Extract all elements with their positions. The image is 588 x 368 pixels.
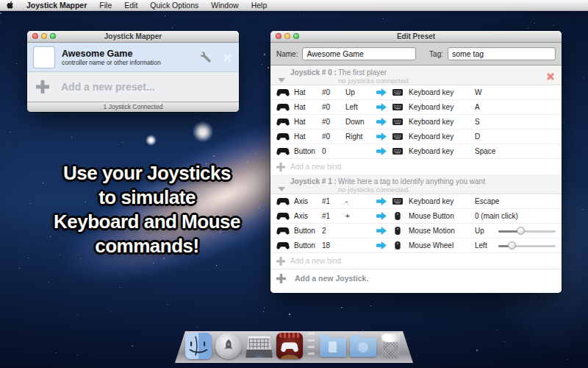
wrench-edit-icon[interactable] <box>201 52 212 63</box>
name-label: Name: <box>276 50 298 58</box>
gamepad-icon <box>276 147 290 155</box>
minimize-button[interactable] <box>284 33 290 39</box>
window-bottom-padding <box>270 287 562 293</box>
bind-source-kind: Hat <box>294 118 322 126</box>
maps-to-arrow-icon <box>376 197 387 205</box>
joystick-mapper-dock-icon[interactable] <box>276 333 303 359</box>
maps-to-arrow-icon <box>376 132 387 141</box>
tag-label: Tag: <box>429 50 443 58</box>
minimize-button[interactable] <box>41 33 47 39</box>
preset-window-titlebar[interactable]: Joystick Mapper <box>27 31 239 43</box>
menu-item-help[interactable]: Help <box>251 1 268 10</box>
gamepad-icon <box>276 132 290 141</box>
gamepad-icon <box>276 197 290 205</box>
bind-source-direction: - <box>345 197 372 205</box>
joystick-section-tag[interactable]: The first player <box>338 68 387 77</box>
remove-joystick-button[interactable] <box>546 71 555 79</box>
bind-target-kind: Keyboard key <box>409 88 475 96</box>
bind-slider[interactable] <box>498 241 556 250</box>
menu-app-name[interactable]: Joystick Mapper <box>26 1 87 10</box>
slider-thumb[interactable] <box>517 227 525 235</box>
preset-form-bar: Name: Tag: <box>270 43 562 66</box>
status-bar: 1 Joystick Connected <box>27 102 239 112</box>
delete-preset-icon[interactable] <box>223 52 232 62</box>
menu-item-quick-options[interactable]: Quick Options <box>150 1 198 10</box>
add-bind-row[interactable]: Add a new bind. <box>270 158 562 174</box>
maps-to-arrow-icon <box>376 103 387 111</box>
disclosure-triangle-icon[interactable] <box>278 72 285 77</box>
bind-row[interactable]: Button 0 Keyboard key Space <box>270 144 562 158</box>
close-button[interactable] <box>32 33 38 39</box>
add-bind-row[interactable]: Add a new bind. <box>270 252 562 269</box>
add-joystick-label: Add a new Joystick. <box>295 274 368 283</box>
window-title: Edit Preset <box>397 32 435 40</box>
target-device-icon <box>392 197 403 205</box>
zoom-button[interactable] <box>293 33 299 39</box>
tagline-line: Keyboard and Mouse <box>13 210 281 234</box>
tagline-line: commands! <box>13 234 281 258</box>
bind-target-value: A <box>475 103 562 111</box>
target-device-icon <box>392 88 403 96</box>
bind-row[interactable]: Hat #0 Left Keyboard key A <box>270 99 562 114</box>
bind-source-id: 2 <box>322 227 345 235</box>
bind-row[interactable]: Button 2 Mouse Motion Up <box>270 223 562 238</box>
apple-menu-icon[interactable] <box>7 1 14 10</box>
bind-target-value: 0 (main click) <box>475 212 562 220</box>
bind-target-kind: Mouse Motion <box>409 227 475 235</box>
joystick-section-status: no joysticks connected. <box>338 185 410 194</box>
bind-row[interactable]: Hat #0 Down Keyboard key S <box>270 114 562 129</box>
slider-thumb[interactable] <box>508 241 516 250</box>
target-device-icon <box>392 227 403 235</box>
bind-source-direction: Up <box>345 88 372 96</box>
joystick-section-tag[interactable]: Write here a tag to identify anything yo… <box>338 177 485 185</box>
add-preset-row[interactable]: Add a new preset... <box>27 72 239 102</box>
keyboard-app-dock-icon[interactable] <box>245 336 273 358</box>
maps-to-arrow-icon <box>376 241 387 250</box>
bind-source-id: #0 <box>322 103 345 111</box>
menu-item-window[interactable]: Window <box>211 1 238 10</box>
bind-row[interactable]: Axis #1 - Keyboard key Escape <box>270 194 562 208</box>
gamepad-icon <box>276 103 290 111</box>
bind-slider[interactable] <box>498 227 556 236</box>
bind-row[interactable]: Button 18 Mouse Wheel Left <box>270 238 562 252</box>
bind-source-kind: Axis <box>294 212 322 220</box>
bind-source-id: #1 <box>322 197 345 205</box>
trash-dock-icon[interactable] <box>380 333 401 359</box>
plus-icon <box>276 163 285 171</box>
bind-row[interactable]: Axis #1 + Mouse Button 0 (main click) <box>270 208 562 223</box>
documents-folder-dock-icon[interactable] <box>320 338 346 357</box>
gamepad-icon <box>276 88 290 96</box>
bind-source-kind: Hat <box>294 132 322 141</box>
zoom-button[interactable] <box>50 33 56 39</box>
preset-list-item-selected[interactable]: Awesome Game controller name or other in… <box>27 43 239 72</box>
downloads-folder-dock-icon[interactable] <box>350 338 376 357</box>
bright-star-small <box>146 135 157 146</box>
joystick-section-label: Joystick # 0 : <box>290 68 337 77</box>
bind-row[interactable]: Hat #0 Up Keyboard key W <box>270 85 562 99</box>
target-device-icon <box>392 147 403 155</box>
menu-item-file[interactable]: File <box>99 1 112 10</box>
edit-window-titlebar[interactable]: Edit Preset <box>270 31 562 43</box>
bind-source-id: #1 <box>322 212 345 220</box>
add-joystick-row[interactable]: Add a new Joystick. <box>270 269 562 287</box>
joystick-section-header: Joystick # 0 : The first player no joyst… <box>270 66 562 85</box>
maps-to-arrow-icon <box>376 147 387 155</box>
tag-input[interactable] <box>448 47 556 60</box>
bind-source-kind: Button <box>294 241 322 250</box>
bind-row[interactable]: Hat #0 Right Keyboard key D <box>270 129 562 144</box>
bind-target-kind: Keyboard key <box>409 132 475 141</box>
menu-item-edit[interactable]: Edit <box>124 1 137 10</box>
target-device-icon <box>392 103 403 111</box>
joystick-section: Joystick # 1 : Write here a tag to ident… <box>270 174 562 269</box>
launchpad-dock-icon[interactable] <box>215 333 242 359</box>
name-input[interactable] <box>302 47 416 60</box>
plus-icon <box>276 274 286 283</box>
finder-dock-icon[interactable] <box>185 333 212 359</box>
tagline-line: Use your Joysticks <box>13 161 281 185</box>
bind-target-kind: Keyboard key <box>409 197 475 205</box>
close-button[interactable] <box>276 33 282 39</box>
disclosure-triangle-icon[interactable] <box>278 181 285 185</box>
joystick-section: Joystick # 0 : The first player no joyst… <box>270 66 562 174</box>
tagline-line: to simulate <box>13 185 281 210</box>
bind-target-kind: Keyboard key <box>409 147 475 155</box>
